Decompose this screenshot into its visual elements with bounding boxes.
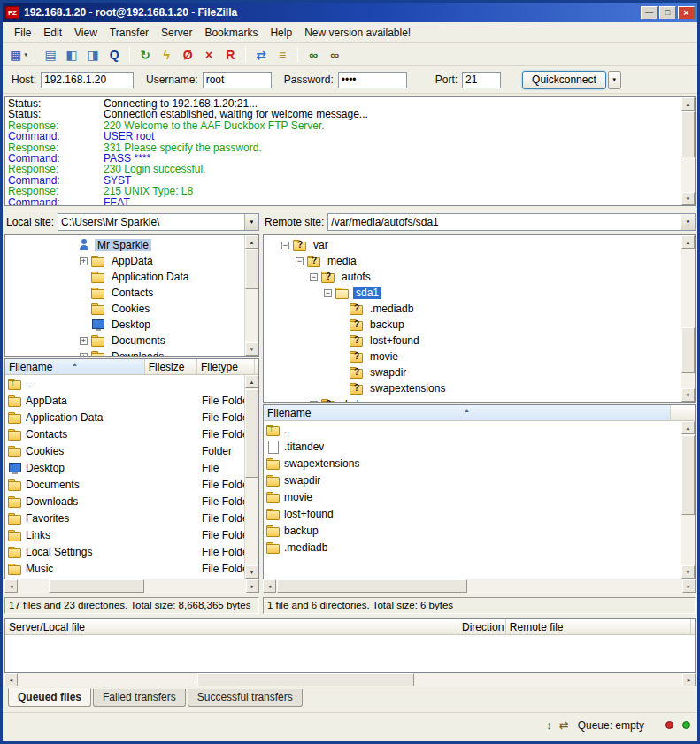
message-log[interactable]: Status:Connecting to 192.168.1.20:21...S… <box>4 96 696 206</box>
column-header-filesize[interactable]: Filesize <box>145 359 197 374</box>
local-list-scrollbar[interactable]: ▲ ▼ <box>244 375 258 579</box>
username-input[interactable] <box>203 72 272 88</box>
tab-failed-transfers[interactable]: Failed transfers <box>93 689 186 707</box>
file-row-links[interactable]: LinksFile Folder <box>5 526 258 543</box>
local-site-dropdown-icon[interactable]: ▼ <box>244 214 258 230</box>
transfer-status-icon[interactable]: ⇄ <box>559 718 569 732</box>
log-scrollbar[interactable]: ▲ ▼ <box>681 97 695 205</box>
tree-item-downloads[interactable]: +Downloads <box>5 349 258 357</box>
tree-expander-icon[interactable]: − <box>296 257 304 265</box>
file-row-desktop[interactable]: DesktopFile <box>5 459 258 476</box>
tree-item-appdata[interactable]: +AppData <box>5 253 258 269</box>
maximize-button[interactable]: □ <box>659 6 676 19</box>
tab-successful-transfers[interactable]: Successful transfers <box>188 689 303 707</box>
site-manager-icon[interactable]: ▦▼ <box>10 46 28 64</box>
toggle-queue-icon[interactable]: Q <box>105 46 123 64</box>
tab-queued-files[interactable]: Queued files <box>8 688 91 707</box>
close-button[interactable]: × <box>678 6 695 19</box>
tree-item-movie[interactable]: ?movie <box>264 349 695 364</box>
tree-item-media[interactable]: −?media <box>264 253 695 269</box>
tree-expander-icon[interactable]: + <box>80 353 88 357</box>
quickconnect-dropdown-icon[interactable]: ▼ <box>608 71 621 89</box>
tree-item-var[interactable]: −?var <box>264 237 695 253</box>
key-icon[interactable]: ϟ <box>158 46 175 64</box>
file-row-local-settings[interactable]: Local SettingsFile Folder <box>5 543 258 560</box>
remote-list-scrollbar[interactable]: ▲ ▼ <box>681 421 695 579</box>
port-input[interactable] <box>462 72 501 88</box>
file-row-contacts[interactable]: ContactsFile Folder <box>5 426 258 442</box>
file-row-lost-found[interactable]: lost+found <box>264 505 695 522</box>
tree-expander-icon[interactable]: + <box>310 401 318 403</box>
scroll-up-icon[interactable]: ▲ <box>681 97 695 111</box>
tree-item-sda1[interactable]: −sda1 <box>264 285 695 301</box>
tree-item-application-data[interactable]: Application Data <box>5 269 258 285</box>
column-header-filename[interactable]: Filename▲ <box>5 359 145 374</box>
cancel-icon[interactable]: Ø <box>179 46 196 64</box>
file-row-favorites[interactable]: FavoritesFile Folder <box>5 510 258 526</box>
column-header-server-local-file[interactable]: Server/Local file <box>5 619 458 634</box>
file-row-swapdir[interactable]: swapdir <box>264 472 695 488</box>
scroll-right-icon[interactable]: ► <box>682 673 696 686</box>
tree-item-cookies[interactable]: Cookies <box>5 301 258 317</box>
password-input[interactable] <box>338 72 407 88</box>
file-row-mediadb[interactable]: .mediadb <box>264 539 695 556</box>
local-site-input[interactable] <box>58 214 244 230</box>
local-list-hscrollbar[interactable]: ◄ ► <box>4 579 259 594</box>
file-row-up[interactable]: ↑.. <box>264 421 695 438</box>
scroll-up-icon[interactable]: ▲ <box>681 235 695 249</box>
tree-item-swapextensions[interactable]: ?swapextensions <box>264 380 695 396</box>
tree-item-contacts[interactable]: Contacts <box>5 285 258 301</box>
scroll-up-icon[interactable]: ▲ <box>245 235 258 249</box>
scroll-down-icon[interactable]: ▼ <box>681 192 695 205</box>
toggle-local-tree-icon[interactable]: ◧ <box>63 46 81 64</box>
file-row-titandev[interactable]: .titandev <box>264 438 695 455</box>
menu-server[interactable]: Server <box>155 24 198 42</box>
speed-limits-icon[interactable]: ↕ <box>546 718 552 732</box>
scroll-up-icon[interactable]: ▲ <box>245 375 258 388</box>
scroll-right-icon[interactable]: ► <box>682 579 696 593</box>
menu-file[interactable]: File <box>8 24 37 42</box>
file-row-downloads[interactable]: DownloadsFile Folder <box>5 493 258 510</box>
compare-icon[interactable]: ≡ <box>273 46 291 64</box>
tree-expander-icon[interactable]: − <box>324 289 332 297</box>
tree-item-autofs[interactable]: −?autofs <box>264 269 695 285</box>
menu-new-version-available[interactable]: New version available! <box>298 24 417 42</box>
scroll-down-icon[interactable]: ▼ <box>245 565 258 579</box>
tree-expander-icon[interactable]: + <box>80 257 88 265</box>
file-row-appdata[interactable]: AppDataFile Folder <box>5 392 258 409</box>
toggle-log-icon[interactable]: ▤ <box>42 46 59 64</box>
titlebar[interactable]: FZ 192.168.1.20 - root@192.168.1.20 - Fi… <box>3 3 697 22</box>
tree-item-dvd[interactable]: +?dvd <box>264 396 695 403</box>
file-row-swapextensions[interactable]: swapextensions <box>264 455 695 472</box>
column-header-filename[interactable]: Filename▲ <box>264 405 671 420</box>
menu-edit[interactable]: Edit <box>37 24 68 42</box>
tree-item-desktop[interactable]: Desktop <box>5 317 258 333</box>
scroll-left-icon[interactable]: ◄ <box>263 579 276 593</box>
menu-help[interactable]: Help <box>264 24 298 42</box>
quickconnect-button[interactable]: Quickconnect <box>522 71 606 89</box>
remote-tree-scrollbar[interactable]: ▲ ▼ <box>681 235 695 402</box>
file-row-cookies[interactable]: CookiesFolder <box>5 442 258 459</box>
sync-browsing-icon[interactable]: ⇄ <box>252 46 270 64</box>
reconnect-icon[interactable]: R <box>221 46 239 64</box>
tree-item-swapdir[interactable]: ?swapdir <box>264 364 695 380</box>
tree-item-mediadb[interactable]: ?.mediadb <box>264 301 695 317</box>
scroll-down-icon[interactable]: ▼ <box>245 342 258 356</box>
menu-transfer[interactable]: Transfer <box>104 24 155 42</box>
menu-bookmarks[interactable]: Bookmarks <box>198 24 264 42</box>
file-row-music[interactable]: MusicFile Folder <box>5 560 258 577</box>
tree-item-backup[interactable]: ?backup <box>264 317 695 333</box>
file-row-backup[interactable]: backup <box>264 522 695 539</box>
remote-site-dropdown-icon[interactable]: ▼ <box>681 214 695 230</box>
tree-expander-icon[interactable]: − <box>281 242 289 249</box>
host-input[interactable] <box>41 72 134 88</box>
menu-view[interactable]: View <box>68 24 104 42</box>
scroll-down-icon[interactable]: ▼ <box>681 388 695 402</box>
scroll-left-icon[interactable]: ◄ <box>4 673 18 686</box>
tree-expander-icon[interactable]: + <box>80 337 88 345</box>
tree-expander-icon[interactable]: − <box>310 273 318 281</box>
column-header-filetype[interactable]: Filetype <box>197 359 255 374</box>
find-icon[interactable]: ∞ <box>304 46 322 64</box>
remote-site-input[interactable] <box>328 214 681 230</box>
refresh-icon[interactable]: ↻ <box>136 46 154 64</box>
